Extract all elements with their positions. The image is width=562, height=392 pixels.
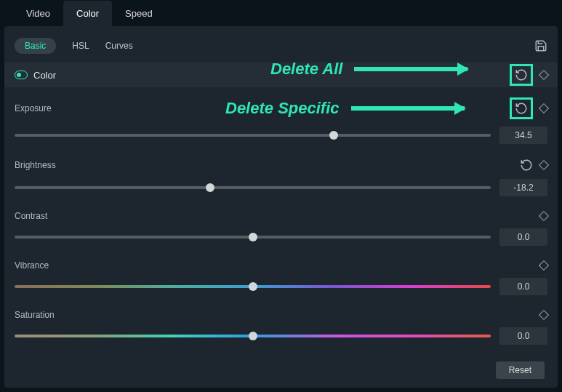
vibrance-value[interactable]: 0.0 [499,278,547,295]
reset-all-highlight [510,64,533,86]
color-panel: Basic HSL Curves Color Exposure [4,26,558,388]
keyframe-all-icon[interactable] [539,70,549,80]
contrast-label: Contrast [15,211,47,221]
reset-exposure-button[interactable] [515,102,528,115]
exposure-value[interactable]: 34.5 [499,127,547,144]
contrast-group: Contrast 0.0 [4,201,558,250]
color-toggle[interactable] [15,71,28,79]
vibrance-group: Vibrance 0.0 [4,250,558,300]
tab-speed[interactable]: Speed [112,1,166,26]
keyframe-exposure-icon[interactable] [539,103,549,113]
reset-all-button[interactable] [515,68,528,81]
vibrance-slider[interactable] [15,285,491,288]
reset-button[interactable]: Reset [496,361,545,379]
color-section-header: Color [4,63,558,87]
vibrance-thumb[interactable] [249,282,257,291]
top-tabs: Video Color Speed [0,0,562,26]
exposure-thumb[interactable] [329,131,338,140]
subtab-basic[interactable]: Basic [15,38,56,54]
contrast-thumb[interactable] [249,233,257,241]
save-preset-icon[interactable] [534,39,547,52]
brightness-label: Brightness [15,160,56,170]
saturation-group: Saturation 0.0 [4,300,558,349]
keyframe-brightness-icon[interactable] [539,160,549,170]
contrast-slider[interactable] [15,236,491,239]
tab-video[interactable]: Video [13,1,63,26]
reset-brightness-button[interactable] [520,159,533,172]
brightness-thumb[interactable] [206,183,214,192]
subtab-hsl[interactable]: HSL [72,41,89,51]
brightness-slider[interactable] [15,186,491,189]
exposure-label: Exposure [15,103,52,113]
color-section-title: Color [33,70,56,81]
keyframe-saturation-icon[interactable] [539,310,549,320]
keyframe-vibrance-icon[interactable] [539,260,549,271]
saturation-value[interactable]: 0.0 [499,327,547,345]
tab-color[interactable]: Color [63,1,112,26]
saturation-thumb[interactable] [249,332,257,340]
contrast-value[interactable]: 0.0 [499,228,547,246]
brightness-value[interactable]: -18.2 [499,179,547,196]
exposure-slider[interactable] [15,134,491,137]
brightness-group: Brightness -18.2 [4,148,558,201]
keyframe-contrast-icon[interactable] [539,211,549,221]
sub-tabs: Basic HSL Curves [4,32,558,63]
saturation-label: Saturation [15,310,55,320]
saturation-slider[interactable] [15,335,491,337]
exposure-group: Exposure 34.5 [4,87,558,148]
reset-exposure-highlight [510,97,533,119]
subtab-curves[interactable]: Curves [105,41,133,51]
vibrance-label: Vibrance [15,260,49,271]
